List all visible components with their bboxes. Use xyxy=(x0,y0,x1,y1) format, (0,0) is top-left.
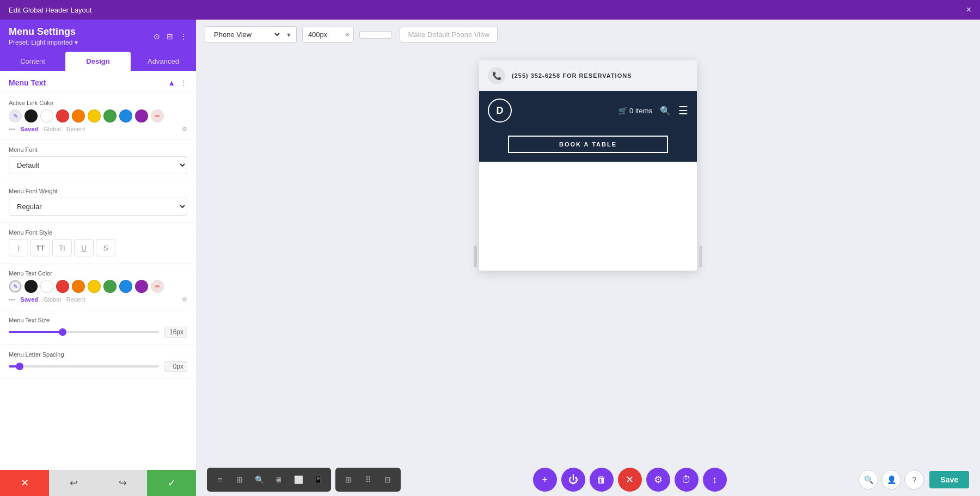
phone-tool-button[interactable]: 📱 xyxy=(309,471,327,488)
view-select[interactable]: Phone View xyxy=(205,27,281,42)
color-purple[interactable] xyxy=(135,109,148,123)
menu-letter-spacing-slider[interactable] xyxy=(9,365,159,368)
color-tab-global[interactable]: Global xyxy=(44,126,61,133)
tab-content[interactable]: Content xyxy=(0,52,65,71)
phone-icon: 📞 xyxy=(488,67,505,84)
layout-icon[interactable]: ⊟ xyxy=(167,32,173,41)
cart-text: 0 items xyxy=(629,107,652,115)
help-right-button[interactable]: ? xyxy=(904,470,924,489)
table-tool-button[interactable]: ⊟ xyxy=(379,471,396,488)
tab-advanced[interactable]: Advanced xyxy=(131,52,196,71)
more-icon[interactable]: ⋮ xyxy=(180,32,187,41)
text-color-orange[interactable] xyxy=(72,280,85,293)
text-color-black[interactable] xyxy=(24,280,38,293)
search-right-button[interactable]: 🔍 xyxy=(859,470,878,489)
width-input[interactable] xyxy=(303,27,341,42)
phone-nav: D 🛒 0 items 🔍 ☰ xyxy=(479,91,697,130)
drag-handle-right[interactable] xyxy=(699,246,702,267)
text-color-tab-recent[interactable]: Recent xyxy=(66,296,85,303)
section-collapse-button[interactable]: ▲ xyxy=(168,78,175,87)
color-eyedropper[interactable]: ✎ xyxy=(9,109,22,123)
color-dots-btn[interactable]: ••• xyxy=(9,126,15,133)
font-caps-button[interactable]: TT xyxy=(30,239,50,256)
dots-tool-button[interactable]: ⠿ xyxy=(359,471,377,488)
sidebar-content: Menu Text ▲ ⋮ Active Link Color ✎ xyxy=(0,71,196,496)
sidebar-preset[interactable]: Preset: Light imported ▾ xyxy=(9,39,78,46)
search-icon[interactable]: 🔍 xyxy=(660,106,671,116)
text-color-blue[interactable] xyxy=(119,280,132,293)
text-color-green[interactable] xyxy=(103,280,117,293)
text-color-dots-btn[interactable]: ••• xyxy=(9,296,15,303)
menu-letter-spacing-value: 0px xyxy=(164,361,187,372)
text-color-eyedropper[interactable]: ✎ xyxy=(9,280,22,293)
tab-design[interactable]: Design xyxy=(65,52,131,71)
add-button[interactable]: + xyxy=(533,468,557,492)
drag-handle-left[interactable] xyxy=(474,246,477,267)
text-color-custom[interactable]: ✏ xyxy=(151,280,164,293)
delete-button[interactable]: 🗑 xyxy=(590,468,614,492)
grid2-tool-button[interactable]: ⊞ xyxy=(340,471,357,488)
color-red[interactable] xyxy=(56,109,69,123)
cancel-button[interactable]: ✕ xyxy=(0,470,49,496)
bottom-right-tools: 🔍 👤 ? Save xyxy=(859,470,969,489)
redo-button[interactable]: ↪ xyxy=(98,470,147,496)
font-underline-button[interactable]: U xyxy=(74,239,94,256)
color-tab-row: ••• Saved Global Recent ⚙ xyxy=(9,126,187,133)
preview-icon[interactable]: ⊙ xyxy=(154,32,160,41)
text-color-tab-saved[interactable]: Saved xyxy=(21,296,38,303)
book-table-button[interactable]: BOOK A TABLE xyxy=(508,136,668,153)
width-clear-button[interactable]: × xyxy=(341,27,354,42)
menu-text-size-slider-row: 16px xyxy=(9,327,187,338)
section-more-button[interactable]: ⋮ xyxy=(180,78,187,87)
grid-tool-button[interactable]: ⊞ xyxy=(231,471,248,488)
search-tool-button[interactable]: 🔍 xyxy=(250,471,268,488)
font-italic-button[interactable]: I xyxy=(9,239,28,256)
color-black[interactable] xyxy=(24,109,38,123)
close-button[interactable]: × xyxy=(966,5,971,14)
menu-text-size-slider[interactable] xyxy=(9,331,159,333)
section-menu-text: Menu Text ▲ ⋮ xyxy=(0,71,196,93)
user-right-button[interactable]: 👤 xyxy=(881,470,901,489)
history-button[interactable]: ⏱ xyxy=(675,468,699,492)
tablet-tool-button[interactable]: ⬜ xyxy=(290,471,307,488)
text-color-gear-icon[interactable]: ⚙ xyxy=(182,296,187,303)
color-tab-saved[interactable]: Saved xyxy=(21,126,38,133)
canvas-content: 📞 (255) 352-6258 FOR RESERVATIONS D 🛒 0 … xyxy=(196,50,980,463)
sidebar-tabs: Content Design Advanced xyxy=(0,52,196,71)
font-strikethrough-button[interactable]: S xyxy=(96,239,115,256)
bottom-extra-tools: ⊞ ⠿ ⊟ xyxy=(335,468,401,492)
menu-text-color-label: Menu Text Color xyxy=(9,270,187,277)
text-color-purple[interactable] xyxy=(135,280,148,293)
menu-tool-button[interactable]: ≡ xyxy=(211,471,229,488)
desktop-tool-button[interactable]: 🖥 xyxy=(270,471,287,488)
close-round-button[interactable]: ✕ xyxy=(618,468,642,492)
text-color-red[interactable] xyxy=(56,280,69,293)
title-bar: Edit Global Header Layout × xyxy=(0,0,980,20)
menu-font-select[interactable]: Default xyxy=(9,156,187,174)
nav-logo: D xyxy=(488,99,512,123)
sidebar-bottom-actions: ✕ ↩ ↪ ✓ xyxy=(0,470,196,496)
color-orange[interactable] xyxy=(72,109,85,123)
color-tab-recent[interactable]: Recent xyxy=(66,126,85,133)
confirm-button[interactable]: ✓ xyxy=(147,470,196,496)
menu-letter-spacing-field: Menu Letter Spacing 0px xyxy=(0,345,196,379)
color-yellow[interactable] xyxy=(88,109,101,123)
color-blue[interactable] xyxy=(119,109,132,123)
color-green[interactable] xyxy=(103,109,117,123)
color-custom[interactable]: ✏ xyxy=(151,109,164,123)
menu-font-label: Menu Font xyxy=(9,146,187,153)
save-button[interactable]: Save xyxy=(929,471,969,488)
text-color-yellow[interactable] xyxy=(88,280,101,293)
power-button[interactable]: ⏻ xyxy=(561,468,585,492)
text-color-white[interactable] xyxy=(40,280,53,293)
font-mixed-caps-button[interactable]: Tt xyxy=(52,239,72,256)
undo-button[interactable]: ↩ xyxy=(49,470,98,496)
make-default-phone-button[interactable]: Make Default Phone View xyxy=(400,27,497,42)
text-color-tab-global[interactable]: Global xyxy=(44,296,61,303)
menu-icon[interactable]: ☰ xyxy=(678,104,688,117)
color-gear-icon[interactable]: ⚙ xyxy=(182,126,187,133)
sort-button[interactable]: ↕ xyxy=(703,468,727,492)
menu-font-weight-select[interactable]: Regular xyxy=(9,198,187,216)
settings-button[interactable]: ⚙ xyxy=(646,468,670,492)
color-white[interactable] xyxy=(40,109,53,123)
